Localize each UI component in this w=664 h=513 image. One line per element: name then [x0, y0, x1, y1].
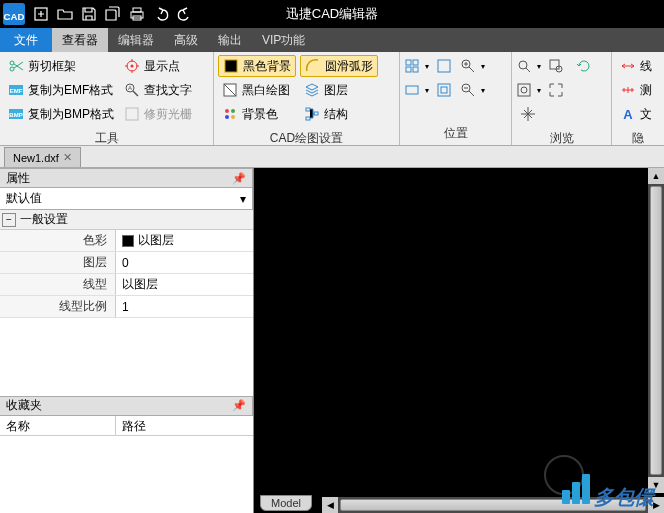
crop-frame-button[interactable]: 剪切框架 — [4, 55, 116, 77]
text-label: 文 — [640, 106, 652, 123]
ruler-icon — [620, 82, 636, 98]
scroll-right-arrow[interactable]: ▶ — [648, 497, 664, 513]
pos-btn-4[interactable] — [432, 79, 456, 101]
svg-rect-4 — [133, 8, 141, 12]
copy-bmp-button[interactable]: BMP 复制为BMP格式 — [4, 103, 116, 125]
nav-btn-4[interactable] — [544, 55, 568, 77]
show-points-button[interactable]: 显示点 — [120, 55, 196, 77]
svg-rect-37 — [518, 84, 530, 96]
arc-icon — [305, 58, 321, 74]
prop-linetype-value[interactable]: 以图层 — [116, 274, 253, 295]
emf-icon: EMF — [8, 82, 24, 98]
scroll-left-arrow[interactable]: ◀ — [322, 497, 338, 513]
bg-color-button[interactable]: 背景色 — [218, 103, 296, 125]
qat-print-button[interactable] — [126, 3, 148, 25]
measure-button[interactable]: 测 — [616, 79, 656, 101]
pos-btn-3[interactable] — [432, 55, 456, 77]
menu-output[interactable]: 输出 — [208, 28, 252, 52]
ribbon-group-position-label: 位置 — [400, 123, 511, 145]
svg-rect-17 — [225, 60, 237, 72]
scroll-thumb[interactable] — [650, 186, 662, 475]
structure-button[interactable]: 结构 — [300, 103, 378, 125]
app-title: 迅捷CAD编辑器 — [286, 5, 378, 23]
prop-group-general[interactable]: − 一般设置 — [0, 210, 253, 230]
line-button[interactable]: 线 — [616, 55, 656, 77]
bw-draw-button[interactable]: 黑白绘图 — [218, 79, 296, 101]
nav-btn-3[interactable] — [516, 103, 540, 125]
ribbon-group5-label: 隐 — [612, 128, 664, 150]
prop-ltscale-key: 线型比例 — [0, 296, 116, 317]
menu-viewer[interactable]: 查看器 — [52, 28, 108, 52]
nav-btn-2[interactable]: ▾ — [516, 79, 540, 101]
fav-col-name[interactable]: 名称 — [0, 416, 116, 435]
pos-btn-1[interactable]: ▾ — [404, 55, 428, 77]
scroll-down-arrow[interactable]: ▼ — [648, 477, 664, 493]
horizontal-scrollbar[interactable]: ◀ ▶ — [322, 497, 664, 513]
palette-icon — [222, 106, 238, 122]
svg-text:A: A — [623, 107, 633, 122]
prop-layer-key: 图层 — [0, 252, 116, 273]
crop-frame-label: 剪切框架 — [28, 58, 76, 75]
prop-color-value[interactable]: 以图层 — [116, 230, 253, 251]
scroll-thumb[interactable] — [340, 499, 646, 511]
qat-redo-button[interactable] — [174, 3, 196, 25]
ribbon: 剪切框架 EMF 复制为EMF格式 BMP 复制为BMP格式 显示点 A — [0, 52, 664, 146]
black-bg-button[interactable]: 黑色背景 — [218, 55, 296, 77]
qat-save-button[interactable] — [78, 3, 100, 25]
svg-point-38 — [521, 87, 527, 93]
pin-icon[interactable]: 📌 — [232, 399, 246, 412]
svg-point-7 — [10, 67, 14, 71]
zoom-out-button[interactable]: ▾ — [460, 79, 484, 101]
prop-ltscale-value[interactable]: 1 — [116, 296, 253, 317]
layout-icon — [404, 58, 420, 74]
pan-icon — [520, 106, 536, 122]
prop-layer-value[interactable]: 0 — [116, 252, 253, 273]
scroll-up-arrow[interactable]: ▲ — [648, 168, 664, 184]
text-button[interactable]: A 文 — [616, 103, 656, 125]
svg-point-22 — [231, 115, 235, 119]
nav-btn-6[interactable] — [572, 55, 596, 77]
menu-file[interactable]: 文件 — [0, 28, 52, 52]
app-icon: CAD — [3, 3, 25, 25]
model-tab[interactable]: Model — [260, 495, 312, 511]
drawing-viewport[interactable]: ▲ ▼ Model ◀ ▶ — [253, 168, 664, 513]
qat-open-button[interactable] — [54, 3, 76, 25]
pos-btn-2[interactable]: ▾ — [404, 79, 428, 101]
pin-icon[interactable]: 📌 — [232, 172, 246, 185]
svg-point-6 — [10, 61, 14, 65]
qat-new-button[interactable] — [30, 3, 52, 25]
find-text-button[interactable]: A 查找文字 — [120, 79, 196, 101]
collapse-icon[interactable]: − — [2, 213, 16, 227]
svg-rect-28 — [406, 67, 411, 72]
zoom-out-icon — [460, 82, 476, 98]
smooth-arc-button[interactable]: 圆滑弧形 — [300, 55, 378, 77]
tree-icon — [304, 106, 320, 122]
vertical-scrollbar[interactable]: ▲ ▼ — [648, 168, 664, 493]
qat-saveall-button[interactable] — [102, 3, 124, 25]
nav-btn-5[interactable] — [544, 79, 568, 101]
zoom-icon — [516, 58, 532, 74]
tab-close-icon[interactable]: ✕ — [63, 151, 72, 164]
line-label: 线 — [640, 58, 652, 75]
qat-undo-button[interactable] — [150, 3, 172, 25]
svg-text:CAD: CAD — [4, 11, 25, 22]
text-a-icon: A — [620, 106, 636, 122]
nav-btn-1[interactable]: ▾ — [516, 55, 540, 77]
document-tab[interactable]: New1.dxf ✕ — [4, 147, 81, 167]
svg-rect-16 — [126, 108, 138, 120]
copy-emf-button[interactable]: EMF 复制为EMF格式 — [4, 79, 116, 101]
trim-raster-label: 修剪光栅 — [144, 106, 192, 123]
favorites-title: 收藏夹 — [6, 397, 42, 414]
menu-advanced[interactable]: 高级 — [164, 28, 208, 52]
fav-col-path[interactable]: 路径 — [116, 416, 152, 435]
properties-preset-select[interactable]: 默认值 ▾ — [0, 188, 253, 210]
ribbon-group-cad-label: CAD绘图设置 — [214, 128, 399, 150]
svg-point-20 — [231, 109, 235, 113]
favorites-panel-header: 收藏夹 📌 — [0, 396, 253, 416]
menu-editor[interactable]: 编辑器 — [108, 28, 164, 52]
zoom-in-button[interactable]: ▾ — [460, 55, 484, 77]
menu-vip[interactable]: VIP功能 — [252, 28, 315, 52]
svg-rect-30 — [406, 86, 418, 94]
properties-title: 属性 — [6, 170, 30, 187]
layer-button[interactable]: 图层 — [300, 79, 378, 101]
